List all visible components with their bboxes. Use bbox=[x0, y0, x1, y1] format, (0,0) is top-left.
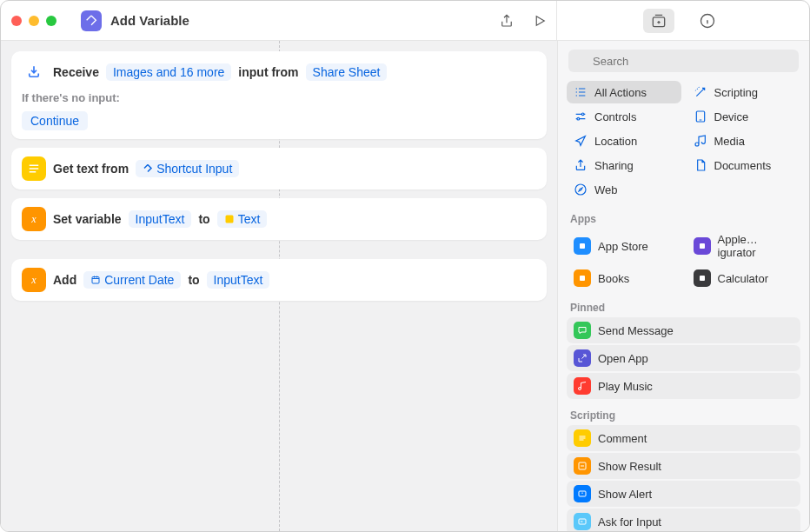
close-window-button[interactable] bbox=[11, 16, 22, 26]
category-sharing[interactable]: Sharing bbox=[567, 154, 681, 176]
receive-input-card[interactable]: Receive Images and 16 more input from Sh… bbox=[11, 51, 547, 139]
apps-grid: App StoreApple…iguratorBooksCalculator bbox=[558, 229, 809, 296]
shortcut-icon bbox=[81, 10, 102, 31]
category-device[interactable]: Device bbox=[687, 105, 801, 128]
receive-label: Receive bbox=[53, 65, 99, 79]
app-books[interactable]: Books bbox=[567, 265, 681, 291]
action-play-music[interactable]: Play Music bbox=[567, 373, 800, 399]
pinned-list: Send MessageOpen AppPlay Music bbox=[558, 317, 809, 404]
no-input-label: If there's no input: bbox=[22, 91, 536, 104]
wand-icon bbox=[694, 85, 707, 99]
text-action-icon bbox=[22, 156, 46, 181]
app-icon bbox=[574, 237, 591, 255]
target-variable-token[interactable]: InputText bbox=[207, 271, 270, 289]
titlebar-right bbox=[490, 1, 809, 40]
apps-section-label: Apps bbox=[558, 208, 809, 229]
variable-name-token[interactable]: InputText bbox=[129, 210, 192, 228]
add-mid: to bbox=[188, 273, 199, 287]
search-input[interactable] bbox=[568, 50, 799, 72]
variable-action-icon: x bbox=[22, 207, 46, 231]
pinned-section-label: Pinned bbox=[558, 296, 809, 317]
workflow-editor[interactable]: Receive Images and 16 more input from Sh… bbox=[1, 41, 557, 531]
minimize-window-button[interactable] bbox=[29, 16, 39, 26]
doc-icon bbox=[694, 158, 707, 172]
svg-text:x: x bbox=[30, 213, 37, 225]
text-value-token[interactable]: Text bbox=[217, 210, 268, 228]
current-date-token[interactable]: Current Date bbox=[83, 271, 181, 289]
svg-point-8 bbox=[575, 184, 586, 195]
add-label: Add bbox=[53, 273, 76, 287]
location-icon bbox=[574, 134, 588, 148]
app-app-store[interactable]: App Store bbox=[567, 229, 681, 263]
run-button[interactable] bbox=[523, 1, 556, 41]
variable-action-icon: x bbox=[22, 268, 46, 292]
action-ask-for-input[interactable]: Ask for Input bbox=[567, 509, 800, 531]
safari-icon bbox=[574, 183, 588, 196]
no-input-action[interactable]: Continue bbox=[22, 111, 88, 130]
music-icon bbox=[694, 134, 707, 148]
svg-rect-11 bbox=[580, 276, 585, 281]
svg-text:x: x bbox=[30, 274, 37, 286]
scripting-section-label: Scripting bbox=[558, 404, 809, 425]
category-location[interactable]: Location bbox=[567, 130, 681, 152]
action-show-result[interactable]: Show Result bbox=[567, 453, 800, 479]
info-toggle[interactable] bbox=[692, 9, 723, 33]
action-show-alert[interactable]: Show Alert bbox=[567, 481, 800, 507]
svg-rect-9 bbox=[580, 243, 585, 249]
svg-rect-5 bbox=[92, 277, 99, 284]
share-icon bbox=[574, 158, 588, 172]
input-icon bbox=[574, 513, 591, 530]
set-variable-label: Set variable bbox=[53, 212, 122, 226]
app-icon bbox=[694, 269, 711, 287]
input-source-token[interactable]: Share Sheet bbox=[306, 63, 388, 81]
category-all-actions[interactable]: All Actions bbox=[567, 81, 681, 103]
window-title: Add Variable bbox=[110, 13, 189, 28]
list-icon bbox=[574, 85, 588, 99]
category-scripting[interactable]: Scripting bbox=[687, 81, 801, 103]
library-toggle[interactable] bbox=[643, 9, 674, 33]
open-icon bbox=[574, 349, 591, 367]
scripting-list: CommentShow ResultShow AlertAsk for Inpu… bbox=[558, 425, 809, 531]
alert-icon bbox=[574, 485, 591, 502]
app-apple-igurator[interactable]: Apple…igurator bbox=[687, 229, 801, 263]
action-send-message[interactable]: Send Message bbox=[567, 317, 800, 343]
get-text-action-card[interactable]: Get text from Shortcut Input bbox=[11, 148, 547, 190]
zoom-window-button[interactable] bbox=[46, 16, 56, 26]
device-icon bbox=[694, 110, 707, 123]
add-to-variable-action-card[interactable]: x Add Current Date to InputText bbox=[11, 259, 547, 301]
svg-rect-12 bbox=[700, 276, 705, 281]
receive-mid: input from bbox=[238, 65, 298, 79]
action-comment[interactable]: Comment bbox=[567, 425, 800, 451]
titlebar: Add Variable bbox=[1, 1, 809, 41]
music-icon bbox=[574, 377, 591, 395]
category-media[interactable]: Media bbox=[687, 130, 801, 152]
svg-rect-3 bbox=[225, 216, 233, 223]
category-web[interactable]: Web bbox=[567, 178, 681, 201]
app-icon bbox=[574, 269, 591, 287]
input-types-token[interactable]: Images and 16 more bbox=[106, 63, 231, 81]
action-open-app[interactable]: Open App bbox=[567, 345, 800, 371]
category-controls[interactable]: Controls bbox=[567, 105, 681, 128]
category-documents[interactable]: Documents bbox=[687, 154, 801, 176]
receive-icon bbox=[22, 60, 46, 84]
action-library-sidebar: All ActionsScriptingControlsDeviceLocati… bbox=[557, 41, 809, 531]
message-icon bbox=[574, 322, 591, 339]
share-button[interactable] bbox=[490, 1, 523, 41]
window-controls bbox=[11, 16, 56, 26]
app-calculator[interactable]: Calculator bbox=[687, 265, 801, 291]
shortcut-input-token[interactable]: Shortcut Input bbox=[136, 160, 239, 177]
lines-icon bbox=[574, 429, 591, 447]
slider-icon bbox=[574, 110, 588, 123]
svg-rect-10 bbox=[700, 243, 705, 249]
set-variable-action-card[interactable]: x Set variable InputText to Text bbox=[11, 198, 547, 240]
get-text-label: Get text from bbox=[53, 162, 129, 176]
result-icon bbox=[574, 457, 591, 475]
app-icon bbox=[694, 237, 711, 255]
set-variable-mid: to bbox=[198, 212, 209, 226]
category-grid: All ActionsScriptingControlsDeviceLocati… bbox=[558, 79, 809, 208]
